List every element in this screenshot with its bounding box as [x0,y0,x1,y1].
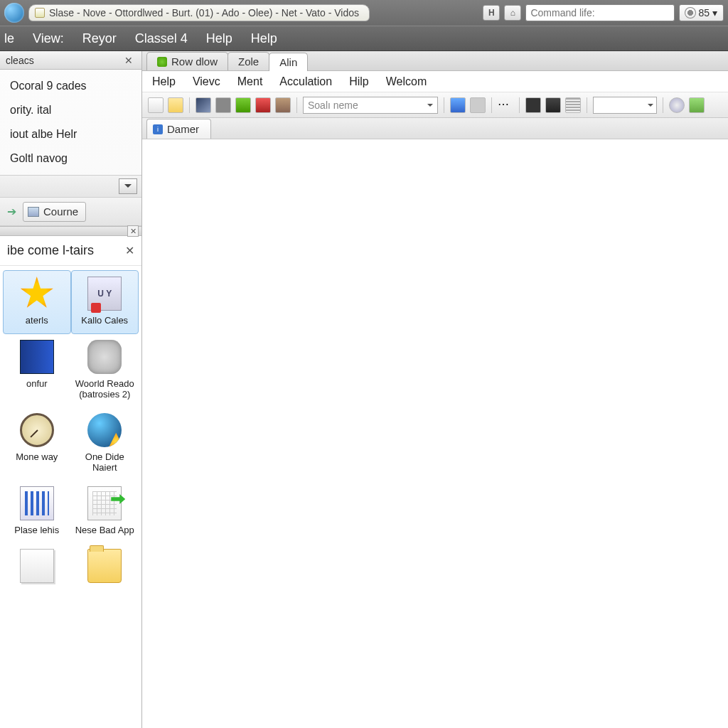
close-icon[interactable]: ✕ [122,55,136,66]
globe-icon [87,413,122,447]
flag-icon[interactable] [525,97,541,113]
separator [491,97,492,113]
star-icon [20,277,54,311]
main-menu-bar: le View: Reyor Classel 4 Help Help [0,26,728,51]
search-placeholder: Soalı neme [308,100,358,111]
empty-combo[interactable] [593,97,657,114]
menu-item[interactable]: Acculation [279,75,332,88]
window-title-chip: Slase - Nove - Ottordlwed - Burt. (01) -… [28,4,370,21]
nav-item[interactable]: iout albe Helr [0,122,141,146]
content-tab[interactable]: i Damer [146,119,211,139]
chevron-down-icon [427,104,433,109]
nav-item[interactable]: ority. ital [0,98,141,122]
document-tab[interactable]: Zole [228,52,269,70]
forward-icon[interactable]: ➔ [4,205,18,218]
nav-item[interactable]: Goltl navog [0,146,141,171]
more-icon[interactable]: ⋯ [498,97,513,113]
document-icon [35,8,45,18]
menu-item[interactable]: View: [33,31,64,46]
separator [444,97,444,113]
folder-icon [87,549,122,583]
tile-grid: aterls Kallo Cales onfur Woorld Reado (b… [0,266,141,728]
panel-header: cleacs ✕ [0,51,141,70]
menu-item[interactable]: Classel 4 [135,31,188,46]
chart-icon [20,486,54,520]
open-icon[interactable] [168,97,183,113]
tile-item[interactable]: Kallo Cales [71,270,139,334]
courne-button[interactable]: Courne [23,202,86,222]
tile-item[interactable]: aterls [3,270,71,334]
menu-item[interactable]: Reyor [82,31,117,46]
panel-icon [20,340,54,374]
tile-item[interactable]: Mone way [3,407,71,481]
book-icon[interactable] [545,97,561,113]
menu-item[interactable]: Help [152,75,176,88]
menu-item[interactable]: Hilp [349,75,369,88]
calendar-icon [87,486,122,520]
content-tab-bar: i Damer [142,118,728,139]
tile-item[interactable] [71,543,139,594]
dropdown-button[interactable] [119,178,137,194]
document-tab[interactable]: Row dlow [146,52,228,70]
close-icon[interactable]: ✕ [127,225,139,237]
new-icon[interactable] [148,97,164,113]
button-label: Courne [43,205,78,218]
gear-icon [685,8,695,18]
menu-item[interactable]: Vievc [193,75,220,88]
menu-item[interactable]: Help [206,31,232,46]
close-icon[interactable]: ✕ [125,244,134,257]
tag-icon[interactable] [450,97,466,113]
edit-icon[interactable] [196,97,211,113]
document-icon [20,549,54,583]
toolbar: Soalı neme ⋯ [142,92,728,118]
menu-item[interactable]: Welcom [386,75,427,88]
zoom-value: 85 [698,7,710,18]
tile-item[interactable]: Woorld Reado (batrosies 2) [71,334,139,407]
grid-icon[interactable] [565,97,581,113]
tile-item[interactable]: One Dide Naiert [71,407,139,481]
app-orb-icon[interactable] [4,3,24,23]
tab-badge-icon: i [153,124,163,134]
separator [519,97,520,113]
separator [587,97,587,113]
nav-list: Ocoral 9 cades ority. ital iout albe Hel… [0,70,141,175]
module-icon [28,207,39,217]
tile-item[interactable]: Plase lehis [3,481,71,543]
home-icon[interactable] [215,97,231,113]
panel-separator: ✕ [0,226,141,236]
refresh-icon[interactable] [235,97,251,113]
panel-title: cleacs [6,55,34,66]
separator [296,97,297,113]
panel-title: ibe come l-tairs [7,243,94,258]
separator [189,97,190,113]
image-icon[interactable] [689,97,705,113]
history-button[interactable]: H [483,5,500,21]
command-input[interactable] [525,4,675,21]
mechanism-icon [87,340,122,374]
window-title: Slase - Nove - Ottordlwed - Burt. (01) -… [49,7,359,18]
menu-item[interactable]: Ment [237,75,263,88]
nav-item[interactable]: Ocoral 9 cades [0,74,141,98]
inner-menu-bar: Help Vievc Ment Acculation Hilp Welcom [142,71,728,92]
left-sidebar: cleacs ✕ Ocoral 9 cades ority. ital iout… [0,51,142,728]
document-tab-bar: Row dlow Zole Alin [142,51,728,71]
combo-row [0,175,141,198]
archive-icon[interactable] [275,97,291,113]
tile-item[interactable] [3,543,71,594]
search-combo[interactable]: Soalı neme [303,97,438,114]
clock-icon [20,413,54,447]
menu-item[interactable]: le [4,31,14,46]
tab-icon [157,57,167,67]
home-button[interactable]: ⌂ [504,5,521,21]
menu-item[interactable]: Help [251,31,277,46]
forward-icon[interactable] [470,97,486,113]
keyboard-icon [87,277,122,311]
title-bar: Slase - Nove - Ottordlwed - Burt. (01) -… [0,0,728,26]
panel-header: ibe come l-tairs ✕ [0,236,141,266]
tile-item[interactable]: onfur [3,334,71,407]
zoom-indicator[interactable]: 85 ▾ [679,4,724,21]
document-tab[interactable]: Alin [269,53,308,71]
compass-icon[interactable] [669,97,685,113]
tile-item[interactable]: Nese Bad App [71,481,139,543]
delete-icon[interactable] [255,97,271,113]
